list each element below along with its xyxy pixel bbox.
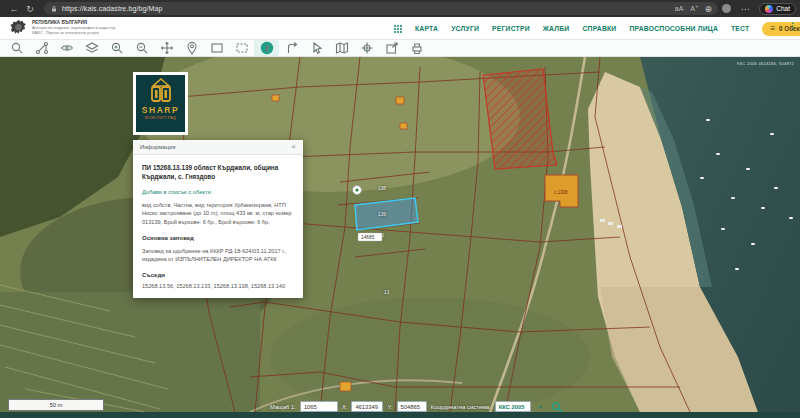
map-scalebar: 50 m <box>8 399 104 411</box>
url-text[interactable]: https://kais.cadastre.bg/bg/Map <box>62 5 162 12</box>
svg-text:138: 138 <box>378 186 386 191</box>
collections-icon[interactable]: ⊕ <box>700 4 716 14</box>
building-label: с.1308 <box>554 190 568 195</box>
tool-layers[interactable] <box>79 40 104 56</box>
x-coordinate-input[interactable]: 4613349 <box>351 401 383 412</box>
bottom-strip <box>0 412 800 418</box>
crs-caret-icon[interactable]: ▼ <box>538 404 543 410</box>
svg-text:14685: 14685 <box>361 235 375 240</box>
tool-select-extent[interactable] <box>229 40 254 56</box>
parcel-details: вид собств. Частна, вид територия Урбани… <box>142 201 294 227</box>
map-toolbar: i <box>0 40 800 57</box>
crs-select[interactable]: ККС 2005 <box>495 401 531 412</box>
y-label: Y: <box>387 404 392 410</box>
neighbors-list: 15268.13.56, 15268.13.133, 15268.13.138,… <box>142 283 294 289</box>
nav-pravosposobni-litsa[interactable]: ПРАВОСПОСОБНИ ЛИЦА <box>629 25 718 32</box>
tool-snip[interactable] <box>279 40 304 56</box>
bulgaria-coat-of-arms <box>10 19 27 37</box>
svg-text:139: 139 <box>378 212 386 217</box>
nav-test[interactable]: ТЕСТ <box>731 25 749 32</box>
tool-print[interactable] <box>404 40 429 56</box>
info-panel-title: Информация <box>140 144 176 150</box>
map-corner-coordinates: ККС 2005 4613166, 504872 <box>737 61 794 66</box>
browser-chrome: ← ↻ https://kais.cadastre.bg/bg/Map aA A… <box>0 0 800 17</box>
lock-icon <box>50 5 58 13</box>
copilot-icon <box>765 5 773 13</box>
edge-chat-button[interactable]: Chat <box>759 3 796 15</box>
tool-search[interactable] <box>4 40 29 56</box>
browser-menu-icon[interactable]: ⋯ <box>737 4 753 14</box>
crs-label: Координатна система: <box>431 404 491 410</box>
translate-icon[interactable]: aA <box>675 5 684 13</box>
x-label: X: <box>342 404 347 410</box>
scale-input[interactable]: 1065 <box>300 401 338 412</box>
map-viewport[interactable]: с.1308 138 139 140 13 14685 К <box>0 57 800 412</box>
tool-map-sheets[interactable] <box>329 40 354 56</box>
sharp-logo-icon <box>148 78 174 104</box>
order-heading: Основна заповед <box>142 235 294 241</box>
hamburger-icon: ≡ <box>770 25 775 33</box>
info-panel: Информация × ПИ 15268.13.139 област Кърд… <box>133 140 303 298</box>
nav-spravki[interactable]: СПРАВКИ <box>582 25 616 32</box>
satellite-map: с.1308 138 139 140 13 14685 <box>0 57 800 412</box>
nav-registri[interactable]: РЕГИСТРИ <box>492 25 530 32</box>
apps-grid-icon[interactable] <box>393 24 402 33</box>
add-to-objects-link[interactable]: Добави в списък с обекти <box>142 189 294 195</box>
tool-export[interactable] <box>379 40 404 56</box>
nav-uslugi[interactable]: УСЛУГИ <box>451 25 479 32</box>
kais-cadastre-app: ← ↻ https://kais.cadastre.bg/bg/Map aA A… <box>0 0 800 418</box>
tool-pointer[interactable] <box>304 40 329 56</box>
tool-pan[interactable] <box>154 40 179 56</box>
y-coordinate-input[interactable]: 504865 <box>397 401 427 412</box>
org-title-block: РЕПУБЛИКА БЪЛГАРИЯ Агенция по геодезия, … <box>32 20 116 35</box>
header-kebab-menu-icon[interactable]: ⋮ <box>788 21 797 31</box>
tool-visibility[interactable] <box>54 40 79 56</box>
browser-profile-avatar[interactable] <box>722 4 731 13</box>
address-bar[interactable]: https://kais.cadastre.bg/bg/Map aA A⁺ ☆ <box>44 2 718 15</box>
tool-select-rectangle[interactable] <box>204 40 229 56</box>
browser-back-icon[interactable]: ← <box>6 4 22 14</box>
locality-label: 14685 <box>358 233 382 241</box>
parcel-heading: ПИ 15268.13.139 област Кърджали, община … <box>142 163 294 182</box>
watermark-brand: SHARP <box>142 105 179 115</box>
nav-karta[interactable]: КАРТА <box>415 25 438 32</box>
tool-zoom-out[interactable] <box>129 40 154 56</box>
nav-zhalbi[interactable]: ЖАЛБИ <box>543 25 570 32</box>
browser-refresh-icon[interactable]: ↻ <box>22 4 38 14</box>
main-nav: КАРТА УСЛУГИ РЕГИСТРИ ЖАЛБИ СПРАВКИ ПРАВ… <box>393 17 800 40</box>
scale-label: Мащаб 1: <box>270 404 296 410</box>
info-panel-header[interactable]: Информация × <box>133 140 303 155</box>
tool-crosshair[interactable] <box>354 40 379 56</box>
terraced-fields <box>0 292 260 412</box>
sharp-watermark: SHARP МОНОЛИТГРАД <box>133 72 188 135</box>
org-line3: КАИС - Портал за електронни услуги <box>32 31 116 36</box>
chat-label: Chat <box>776 5 790 12</box>
neighbors-heading: Съседи <box>142 272 294 278</box>
tool-info[interactable]: i <box>254 40 279 56</box>
tool-zoom-in[interactable] <box>104 40 129 56</box>
text-size-icon[interactable]: A⁺ <box>690 5 698 13</box>
svg-text:13: 13 <box>384 290 390 295</box>
order-text: Заповед за одобрение на КККР РД-18-624/0… <box>142 247 294 264</box>
poi-marker[interactable] <box>353 186 362 195</box>
tool-marker[interactable] <box>179 40 204 56</box>
tool-overview[interactable] <box>29 40 54 56</box>
coordinate-search-icon[interactable] <box>551 401 563 413</box>
watermark-subtitle: МОНОЛИТГРАД <box>145 116 176 120</box>
close-icon[interactable]: × <box>291 143 296 151</box>
app-header: РЕПУБЛИКА БЪЛГАРИЯ Агенция по геодезия, … <box>0 17 800 40</box>
